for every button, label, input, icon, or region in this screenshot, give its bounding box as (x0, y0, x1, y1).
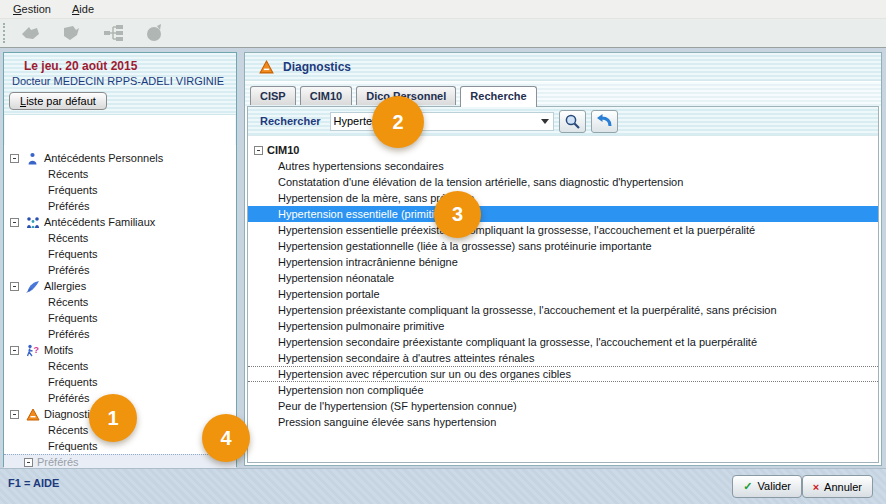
tree-item-label: Fréquents (48, 440, 98, 452)
check-icon: ✓ (743, 480, 752, 492)
walking-person-question-icon: ? (26, 344, 40, 357)
panel-title: Diagnostics (283, 60, 351, 74)
tree-item-label: Préférés (37, 456, 79, 468)
tree-item-label: Préférés (48, 328, 90, 340)
toolbar-grip[interactable] (3, 23, 6, 43)
hierarchy-icon[interactable] (98, 22, 130, 45)
svg-text:?: ? (34, 345, 40, 355)
hand-left-icon[interactable] (16, 22, 48, 45)
tree-section-antecedents-familiaux[interactable]: Antécédents Familiaux (4, 214, 236, 230)
tree-item-label: Fréquents (48, 376, 98, 388)
collapse-icon[interactable] (10, 218, 19, 227)
collapse-icon[interactable] (24, 458, 33, 467)
result-item[interactable]: Hypertension non compliquée (248, 382, 878, 398)
diagnostics-header: Diagnostics (245, 53, 881, 81)
tree-item-recents[interactable]: Récents (4, 358, 236, 374)
result-item[interactable]: Hypertension gestationnelle (liée à la g… (248, 238, 878, 254)
validate-button[interactable]: ✓Valider (732, 475, 802, 498)
tree-section-label: Antécédents Familiaux (44, 216, 155, 228)
result-item[interactable]: Hypertension pulmonaire primitive (248, 318, 878, 334)
tree-section-allergies[interactable]: Allergies (4, 278, 236, 294)
collapse-icon[interactable] (10, 282, 19, 291)
result-item[interactable]: Hypertension secondaire à d'autres attei… (248, 350, 878, 366)
tree-item-label: Récents (48, 168, 88, 180)
collapse-icon[interactable] (10, 410, 19, 419)
results-root[interactable]: CIM10 (248, 142, 878, 158)
cancel-button[interactable]: ×Annuler (802, 475, 873, 498)
menu-gestion[interactable]: Gestion (4, 0, 60, 18)
collapse-icon[interactable] (10, 154, 19, 163)
tree-item-preferes[interactable]: Préférés (4, 262, 236, 278)
tree-item-frequents[interactable]: Fréquents (4, 246, 236, 262)
results-list: CIM10 Autres hypertensions secondaires C… (248, 137, 878, 462)
tree-item-recents[interactable]: Récents (4, 230, 236, 246)
tree-section-label: Allergies (44, 280, 86, 292)
tree-item-recents[interactable]: Récents (4, 294, 236, 310)
sidebar-header: Le jeu. 20 août 2015 Docteur MEDECIN RPP… (4, 53, 236, 115)
tree-section-label: Antécédents Personnels (44, 152, 163, 164)
result-item[interactable]: Constatation d'une élévation de la tensi… (248, 174, 878, 190)
search-combobox (330, 112, 554, 131)
tree-item-label: Récents (48, 424, 88, 436)
result-item[interactable]: Hypertension secondaire préexistante com… (248, 334, 878, 350)
search-icon (564, 113, 581, 130)
current-date: Le jeu. 20 août 2015 (4, 59, 236, 73)
warning-triangle-icon (259, 60, 274, 74)
tab-recherche[interactable]: Recherche (460, 86, 536, 107)
person-icon (26, 152, 40, 165)
tree-item-label: Fréquents (48, 312, 98, 324)
undo-icon (595, 113, 613, 129)
result-item[interactable]: Hypertension néonatale (248, 270, 878, 286)
result-item-selected[interactable]: Hypertension essentielle (primitive) (248, 206, 878, 222)
tree-item-frequents[interactable]: Fréquents (4, 182, 236, 198)
application-window: Gestion Aide Le jeu. 20 août 2015 (0, 0, 886, 504)
cross-icon: × (813, 481, 819, 493)
doctor-name: Docteur MEDECIN RPPS-ADELI VIRGINIE (4, 75, 236, 87)
result-item[interactable]: Hypertension préexistante compliquant la… (248, 302, 878, 318)
result-item[interactable]: Hypertension portale (248, 286, 878, 302)
result-item[interactable]: Pression sanguine élevée sans hypertensi… (248, 414, 878, 430)
default-list-button[interactable]: Liste par défaut (9, 92, 107, 110)
diagnostics-panel: Diagnostics CISP CIM10 Dico Personnel Re… (244, 52, 882, 466)
dropdown-arrow-icon[interactable] (537, 113, 553, 130)
tree-item-frequents[interactable]: Fréquents (4, 310, 236, 326)
menu-aide[interactable]: Aide (63, 0, 103, 18)
search-button[interactable] (559, 110, 586, 133)
tree-item-label: Récents (48, 232, 88, 244)
tree-section-motifs[interactable]: ? Motifs (4, 342, 236, 358)
search-label: Rechercher (260, 115, 321, 127)
tree-item-recents[interactable]: Récents (4, 166, 236, 182)
tree-item-label: Préférés (48, 392, 90, 404)
tab-cisp[interactable]: CISP (250, 86, 296, 105)
result-item[interactable]: Hypertension de la mère, sans précision (248, 190, 878, 206)
callout-badge-4: 4 (202, 414, 250, 462)
tree-item-frequents[interactable]: Fréquents (4, 374, 236, 390)
toolbar (0, 19, 886, 48)
help-hint: F1 = AIDE (8, 477, 59, 489)
callout-badge-3: 3 (434, 191, 481, 238)
tree-section-antecedents-personnels[interactable]: Antécédents Personnels (4, 150, 236, 166)
tab-cim10[interactable]: CIM10 (300, 86, 352, 105)
tree-item-preferes[interactable]: Préférés (4, 326, 236, 342)
tree-section-label: Motifs (44, 344, 73, 356)
result-item[interactable]: Hypertension essentielle préexistante co… (248, 222, 878, 238)
tree-item-label: Fréquents (48, 184, 98, 196)
tree-item-preferes[interactable]: Préférés (4, 198, 236, 214)
collapse-icon[interactable] (10, 346, 19, 355)
tab-bar: CISP CIM10 Dico Personnel Recherche (245, 82, 881, 107)
hand-write-icon[interactable] (57, 22, 89, 45)
result-item[interactable]: Autres hypertensions secondaires (248, 158, 878, 174)
search-input[interactable] (331, 115, 537, 127)
tree-item-label: Fréquents (48, 248, 98, 260)
undo-button[interactable] (591, 110, 618, 133)
family-icon (26, 216, 40, 229)
tab-content: Rechercher (247, 106, 879, 463)
result-item[interactable]: Hypertension intracrânienne bénigne (248, 254, 878, 270)
result-item-focused[interactable]: Hypertension avec répercution sur un ou … (248, 366, 878, 382)
stamp-icon[interactable] (139, 22, 171, 45)
result-item[interactable]: Peur de l'hypertension (SF hypertension … (248, 398, 878, 414)
results-root-label: CIM10 (267, 144, 299, 156)
status-bar: F1 = AIDE ✓Valider ×Annuler (0, 468, 886, 504)
tree-item-label: Préférés (48, 264, 90, 276)
collapse-icon[interactable] (254, 146, 263, 155)
